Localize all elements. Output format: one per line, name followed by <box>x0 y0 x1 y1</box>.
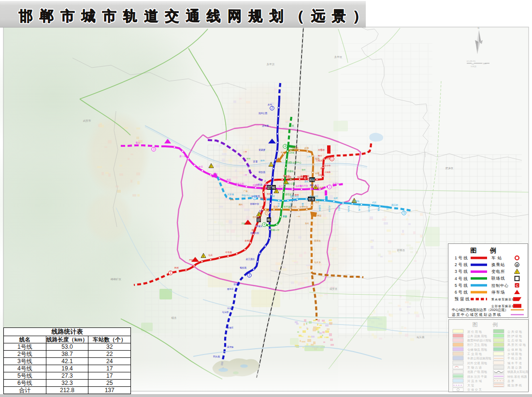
svg-text:预留线: 预留线 <box>454 297 471 301</box>
svg-text:远景中心城区规划边界线: 远景中心城区规划边界线 <box>452 312 502 317</box>
svg-text:东湖: 东湖 <box>315 157 320 160</box>
svg-text:道路 广场 用地: 道路 广场 用地 <box>467 370 487 374</box>
svg-text:4号线: 4号线 <box>455 276 469 281</box>
svg-text:路口: 路口 <box>318 155 322 157</box>
svg-text:南站: 南站 <box>239 203 243 206</box>
svg-text:二中: 二中 <box>259 206 264 208</box>
svg-text:代庄: 代庄 <box>372 201 377 204</box>
svg-text:裴坡庄: 裴坡庄 <box>227 326 234 329</box>
svg-text:大剧院: 大剧院 <box>252 184 259 187</box>
svg-text:三中: 三中 <box>307 156 311 158</box>
svg-text:公共 设施 用地: 公共 设施 用地 <box>467 334 487 338</box>
svg-text:三中: 三中 <box>318 199 322 202</box>
svg-text:车站: 车站 <box>246 157 251 160</box>
svg-text:科技中心: 科技中心 <box>242 194 251 197</box>
svg-text:邯郸一中: 邯郸一中 <box>271 229 280 231</box>
svg-text:黄梁梦: 黄梁梦 <box>259 148 265 152</box>
svg-text:码头南: 码头南 <box>213 355 220 358</box>
svg-text:停车场: 停车场 <box>491 290 505 295</box>
svg-text:永年南: 永年南 <box>262 125 269 127</box>
svg-text:南湖东: 南湖东 <box>314 240 321 242</box>
svg-text:中华南: 中华南 <box>225 251 232 254</box>
svg-text:紫山: 紫山 <box>136 142 141 144</box>
svg-text:文 物 古 迹: 文 物 古 迹 <box>467 366 482 369</box>
svg-text:滏阳: 滏阳 <box>289 203 292 207</box>
svg-text:生 态 绿 地: 生 态 绿 地 <box>507 339 522 342</box>
svg-text:轻轨 塞道 线路: 轻轨 塞道 线路 <box>507 375 527 379</box>
svg-text:风 景 区 绿 地: 风 景 区 绿 地 <box>507 343 526 346</box>
svg-text:3号线: 3号线 <box>455 269 469 274</box>
svg-text:一中: 一中 <box>243 151 247 153</box>
svg-text:高 速 公 路: 高 速 公 路 <box>507 366 522 369</box>
svg-text:2号线: 2号线 <box>455 262 469 267</box>
svg-text:医院: 医院 <box>295 194 299 196</box>
svg-text:2: 2 <box>271 106 273 110</box>
svg-text:寺庄: 寺庄 <box>199 166 203 168</box>
svg-text:东环: 东环 <box>333 197 338 199</box>
svg-text:医院: 医院 <box>253 216 257 218</box>
svg-text:城 市 干 道: 城 市 干 道 <box>507 361 522 365</box>
svg-text:干 线 公 路: 干 线 公 路 <box>507 356 522 360</box>
svg-text:0 1.25 2.5: 0 1.25 2.5 <box>467 60 476 62</box>
svg-text:马庄: 马庄 <box>208 254 213 256</box>
svg-text:东站: 东站 <box>305 222 309 225</box>
svg-text:桥东: 桥东 <box>281 151 285 154</box>
svg-text:医院: 医院 <box>260 159 265 162</box>
svg-text:5: 5 <box>403 211 405 214</box>
svg-text:峰峰矿区: 峰峰矿区 <box>111 278 122 281</box>
svg-text:银街南: 银街南 <box>240 266 246 269</box>
svg-text:重点修车辆基地: 重点修车辆基地 <box>491 298 515 301</box>
svg-text:2: 2 <box>248 273 250 277</box>
svg-text:中心医院: 中心医院 <box>251 195 260 198</box>
svg-text:工 业 用 地: 工 业 用 地 <box>467 352 482 356</box>
svg-text:大学城: 大学城 <box>227 193 234 196</box>
svg-text:控制中心: 控制中心 <box>491 284 509 288</box>
svg-text:邯东: 邯东 <box>308 198 315 201</box>
svg-text:磁县: 磁县 <box>171 316 177 319</box>
svg-text:东站: 东站 <box>267 193 271 195</box>
svg-text:Ø: Ø <box>516 264 518 267</box>
svg-text:邯郸县: 邯郸县 <box>397 249 405 252</box>
svg-text:联络线: 联络线 <box>491 276 505 281</box>
svg-text:排水 注洪 干渠: 排水 注洪 干渠 <box>467 375 487 379</box>
svg-text:医疗 卫生 用地: 医疗 卫生 用地 <box>467 343 487 347</box>
svg-text:市政公用设施用地: 市政公用设施用地 <box>467 356 491 360</box>
svg-text:二中: 二中 <box>293 199 297 202</box>
svg-text:人民路: 人民路 <box>324 171 331 173</box>
svg-text:6号线: 6号线 <box>455 290 469 295</box>
svg-text:代召乡: 代召乡 <box>328 205 331 213</box>
svg-text:铁路及火车站用地: 铁路及火车站用地 <box>507 370 528 374</box>
svg-text:河 流 水 域: 河 流 水 域 <box>467 379 482 383</box>
svg-text:防 护 绿 地: 防 护 绿 地 <box>507 334 522 338</box>
svg-text:县 界: 县 界 <box>507 379 514 383</box>
svg-text:尚璧村: 尚璧村 <box>318 148 325 152</box>
svg-text:一中: 一中 <box>296 215 300 218</box>
svg-text:大 堤: 大 堤 <box>467 383 474 387</box>
svg-text:马头镇: 马头镇 <box>222 311 229 313</box>
svg-text:南沿村: 南沿村 <box>391 203 398 207</box>
svg-text:一中: 一中 <box>243 174 247 176</box>
svg-text:永年: 永年 <box>268 103 273 106</box>
svg-text:居 住 用 地: 居 住 用 地 <box>467 330 482 334</box>
svg-text:规 划 界 线: 规 划 界 线 <box>507 383 522 387</box>
svg-text:北羊井: 北羊井 <box>227 307 234 310</box>
svg-text:贸易街: 贸易街 <box>260 197 267 200</box>
svg-text:5km: 5km <box>483 62 487 65</box>
svg-text:C: C <box>516 284 518 287</box>
svg-text:立 体 交 叉: 立 体 交 叉 <box>467 388 482 391</box>
svg-text:换乘站: 换乘站 <box>491 262 505 267</box>
svg-text:5号线: 5号线 <box>455 283 469 288</box>
svg-text:东环站: 东环站 <box>297 176 304 178</box>
svg-text:东站: 东站 <box>302 169 306 171</box>
svg-text:马庄乡: 马庄乡 <box>314 261 321 264</box>
svg-text:东填池: 东填池 <box>332 183 339 185</box>
svg-text:南站: 南站 <box>283 215 287 217</box>
svg-text:马头镇: 马头镇 <box>417 336 425 339</box>
svg-text:图 例: 图 例 <box>472 322 504 327</box>
svg-text:1: 1 <box>331 157 333 160</box>
svg-text:郸: 郸 <box>267 218 271 222</box>
svg-text:火车站: 火车站 <box>263 184 270 186</box>
svg-text:6: 6 <box>266 211 268 214</box>
svg-text:邯郸市城市轨道交通线网规划（远景）: 邯郸市城市轨道交通线网规划（远景） <box>18 8 366 24</box>
svg-text:1: 1 <box>170 271 172 274</box>
